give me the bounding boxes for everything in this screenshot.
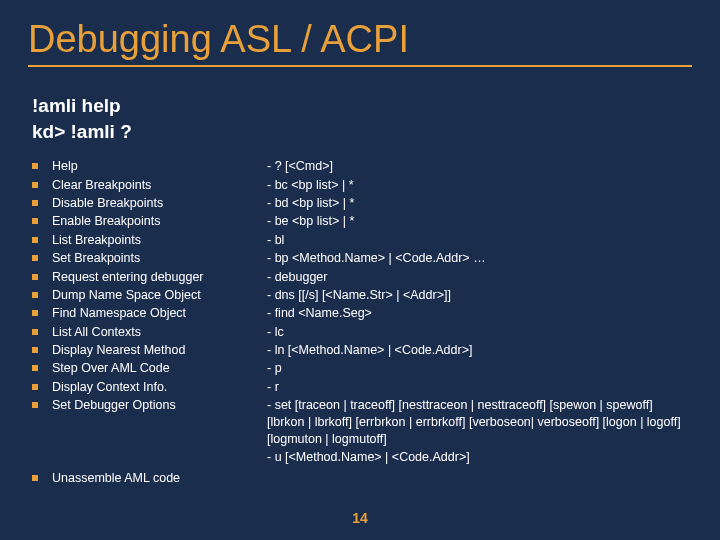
list-item: Find Namespace Object [32, 305, 267, 322]
bullet-icon [32, 182, 38, 188]
command-name: Display Context Info. [52, 379, 167, 396]
bullet-icon [32, 237, 38, 243]
command-name: Request entering debugger [52, 269, 204, 286]
bullet-icon [32, 292, 38, 298]
command-name: Display Nearest Method [52, 342, 185, 359]
list-item: Request entering debugger [32, 269, 267, 286]
command-name: Clear Breakpoints [52, 177, 151, 194]
command-name: List Breakpoints [52, 232, 141, 249]
bullet-icon [32, 402, 38, 408]
command-syntax: - u [<Method.Name> | <Code.Addr>] [267, 449, 692, 466]
command-syntax: - find <Name.Seg> [267, 305, 692, 322]
command-syntax: - ln [<Method.Name> | <Code.Addr>] [267, 342, 692, 359]
bullet-icon [32, 218, 38, 224]
list-item: Clear Breakpoints [32, 177, 267, 194]
slide-title: Debugging ASL / ACPI [28, 18, 692, 67]
list-item: Set Breakpoints [32, 250, 267, 267]
subhead-line-1: !amli help [32, 93, 692, 119]
command-syntax: - dns [[/s] [<Name.Str> | <Addr>]] [267, 287, 692, 304]
command-name: Step Over AML Code [52, 360, 170, 377]
command-syntax: - set [traceon | traceoff] [nesttraceon … [267, 397, 692, 448]
command-syntax: - bd <bp list> | * [267, 195, 692, 212]
bullet-icon [32, 475, 38, 481]
command-syntax: - p [267, 360, 692, 377]
list-item: Display Context Info. [32, 379, 267, 396]
command-syntax: - ? [<Cmd>] [267, 158, 692, 175]
command-name: Set Debugger Options [52, 397, 176, 414]
list-item: Display Nearest Method [32, 342, 267, 359]
slide: Debugging ASL / ACPI !amli help kd> !aml… [0, 0, 720, 540]
bullet-icon [32, 163, 38, 169]
command-name: Help [52, 158, 78, 175]
command-name: List All Contexts [52, 324, 141, 341]
list-item: List Breakpoints [32, 232, 267, 249]
list-item: Enable Breakpoints [32, 213, 267, 230]
bullet-icon [32, 200, 38, 206]
list-item: Dump Name Space Object [32, 287, 267, 304]
command-syntax: - bp <Method.Name> | <Code.Addr> … [267, 250, 692, 267]
bullet-icon [32, 274, 38, 280]
list-item: Disable Breakpoints [32, 195, 267, 212]
command-name: Set Breakpoints [52, 250, 140, 267]
command-syntax-column: - ? [<Cmd>] - bc <bp list> | * - bd <bp … [267, 158, 692, 488]
command-syntax: - bc <bp list> | * [267, 177, 692, 194]
command-syntax: - bl [267, 232, 692, 249]
list-item: Step Over AML Code [32, 360, 267, 377]
bullet-icon [32, 310, 38, 316]
command-name: Dump Name Space Object [52, 287, 201, 304]
command-names-column: Help Clear Breakpoints Disable Breakpoin… [32, 158, 267, 488]
list-item: Unassemble AML code [32, 470, 267, 487]
command-columns: Help Clear Breakpoints Disable Breakpoin… [32, 158, 692, 488]
command-name: Find Namespace Object [52, 305, 186, 322]
command-syntax: - r [267, 379, 692, 396]
command-syntax: - be <bp list> | * [267, 213, 692, 230]
command-name: Unassemble AML code [52, 470, 180, 487]
subhead-line-2: kd> !amli ? [32, 119, 692, 145]
command-name: Enable Breakpoints [52, 213, 160, 230]
bullet-icon [32, 384, 38, 390]
bullet-icon [32, 347, 38, 353]
slide-subhead: !amli help kd> !amli ? [32, 93, 692, 144]
list-item: Set Debugger Options [32, 397, 267, 414]
page-number: 14 [0, 510, 720, 526]
bullet-icon [32, 365, 38, 371]
list-item: List All Contexts [32, 324, 267, 341]
command-syntax: - debugger [267, 269, 692, 286]
command-syntax: - lc [267, 324, 692, 341]
command-name: Disable Breakpoints [52, 195, 163, 212]
bullet-icon [32, 255, 38, 261]
bullet-icon [32, 329, 38, 335]
list-item: Help [32, 158, 267, 175]
